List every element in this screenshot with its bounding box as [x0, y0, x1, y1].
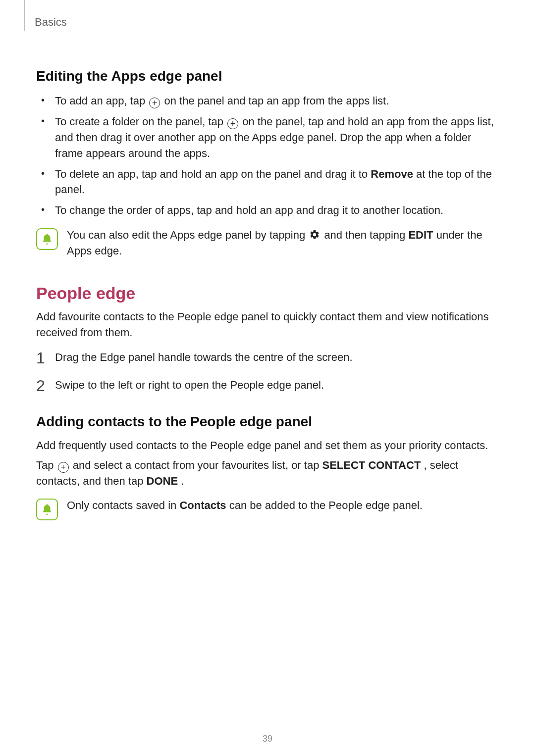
note-bell-icon	[36, 499, 58, 520]
text: You can also edit the Apps edge panel by…	[67, 229, 308, 241]
bold-done: DONE	[147, 475, 178, 487]
page-number: 39	[0, 734, 535, 744]
page: Basics Editing the Apps edge panel To ad…	[0, 0, 535, 756]
note-edit-apps-edge: You can also edit the Apps edge panel by…	[36, 227, 499, 259]
plus-circle-icon	[227, 118, 238, 129]
note-text: You can also edit the Apps edge panel by…	[67, 227, 499, 259]
plus-circle-icon	[58, 462, 69, 473]
step-1: Drag the Edge panel handle towards the c…	[36, 350, 499, 366]
bullet-create-folder: To create a folder on the panel, tap on …	[52, 114, 499, 161]
text: To add an app, tap	[55, 95, 148, 107]
text: To delete an app, tap and hold an app on…	[55, 168, 371, 180]
text: Tap	[36, 459, 57, 471]
bold-select-contact: SELECT CONTACT	[322, 459, 421, 471]
note-text: Only contacts saved in Contacts can be a…	[67, 498, 423, 513]
section-label: Basics	[0, 0, 535, 29]
header-divider	[24, 0, 25, 31]
gear-icon	[309, 229, 320, 240]
people-edge-intro: Add favourite contacts to the People edg…	[36, 309, 499, 341]
bold-remove: Remove	[371, 168, 413, 180]
note-bell-icon	[36, 228, 58, 250]
text: and then tapping	[324, 229, 408, 241]
heading-adding-contacts: Adding contacts to the People edge panel	[36, 414, 499, 430]
text: To create a folder on the panel, tap	[55, 115, 226, 128]
text: .	[181, 475, 184, 487]
text: and select a contact from your favourite…	[73, 459, 322, 471]
content: Editing the Apps edge panel To add an ap…	[0, 29, 535, 520]
step-2: Swipe to the left or right to open the P…	[36, 377, 499, 394]
text: can be added to the People edge panel.	[229, 499, 423, 511]
bullet-change-order: To change the order of apps, tap and hol…	[52, 202, 499, 218]
people-edge-steps: Drag the Edge panel handle towards the c…	[36, 350, 499, 394]
text: Drag the Edge panel handle towards the c…	[55, 350, 353, 365]
heading-people-edge: People edge	[36, 284, 499, 303]
note-contacts-only: Only contacts saved in Contacts can be a…	[36, 498, 499, 520]
bullet-list-editing: To add an app, tap on the panel and tap …	[36, 93, 499, 218]
text: on the panel and tap an app from the app…	[164, 95, 389, 107]
bullet-add-app: To add an app, tap on the panel and tap …	[52, 93, 499, 109]
text: To change the order of apps, tap and hol…	[55, 204, 443, 216]
heading-editing-apps-edge: Editing the Apps edge panel	[36, 68, 499, 84]
bullet-delete-app: To delete an app, tap and hold an app on…	[52, 166, 499, 198]
bold-edit: EDIT	[408, 229, 433, 241]
plus-circle-icon	[149, 98, 160, 108]
text: Only contacts saved in	[67, 499, 179, 511]
adding-contacts-p2: Tap and select a contact from your favou…	[36, 457, 499, 489]
text: Swipe to the left or right to open the P…	[55, 377, 324, 393]
bold-contacts: Contacts	[179, 499, 226, 511]
adding-contacts-p1: Add frequently used contacts to the Peop…	[36, 438, 499, 454]
